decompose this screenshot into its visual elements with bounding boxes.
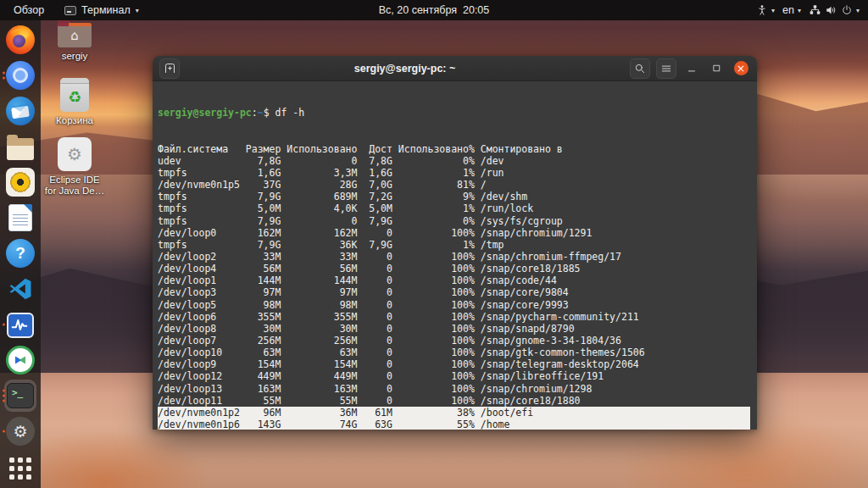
desktop-icon-label: Корзина <box>56 115 93 126</box>
desktop-icon-trash[interactable]: ♻ Корзина <box>42 78 107 126</box>
trash-icon: ♻ <box>60 78 89 112</box>
new-tab-button[interactable] <box>159 58 180 79</box>
table-row: /dev/loop13 163M 163M 0 100% /snap/chrom… <box>158 383 750 395</box>
system-monitor-icon <box>7 313 34 338</box>
table-row: udev 7,8G 0 7,8G 0% /dev <box>158 155 750 167</box>
chevron-down-icon: ▾ <box>798 7 801 14</box>
table-row: /dev/loop12 449M 449M 0 100% /snap/libre… <box>158 370 750 382</box>
language-label: en <box>782 4 794 16</box>
accessibility-menu[interactable]: ▾ <box>756 0 775 20</box>
minimize-icon <box>686 63 698 75</box>
desktop-icon-sergiy[interactable]: ⌂ sergiy <box>42 20 107 62</box>
menu-button[interactable] <box>656 58 676 79</box>
dock-item-vscode[interactable] <box>2 272 39 306</box>
clock-date: Вс, 20 сентября <box>379 4 457 16</box>
dock-item-help[interactable]: ? <box>2 236 39 270</box>
libreoffice-writer-icon <box>8 204 32 231</box>
table-row: /dev/loop6 355M 355M 0 100% /snap/pychar… <box>158 311 750 323</box>
dock-item-libreoffice-writer[interactable] <box>2 201 39 235</box>
dock-item-remote-app[interactable] <box>2 343 39 377</box>
desktop-icon-eclipse[interactable]: ⚙ Eclipse IDEfor Java De… <box>42 137 107 197</box>
close-button[interactable]: × <box>732 59 750 78</box>
activities-button[interactable]: Обзор <box>0 0 56 20</box>
table-row: /dev/loop2 33M 33M 0 100% /snap/chromium… <box>158 251 750 263</box>
volume-icon <box>825 4 837 16</box>
keyboard-layout-menu[interactable]: en ▾ <box>782 0 801 20</box>
table-row: tmpfs 7,9G 0 7,9G 0% /sys/fs/cgroup <box>158 215 750 227</box>
desktop-icon-label: sergiy <box>62 51 88 62</box>
house-icon: ⌂ <box>58 23 92 47</box>
app-grid-icon <box>9 458 31 480</box>
dock-item-chromium[interactable] <box>2 58 39 92</box>
power-icon <box>841 4 853 16</box>
help-question-icon: ? <box>6 239 35 268</box>
window-title: sergiy@sergiy-pc: ~ <box>180 63 630 75</box>
maximize-icon <box>711 63 722 74</box>
table-row: /dev/nvme0n1p5 37G 28G 7,0G 81% / <box>158 179 750 191</box>
close-icon: × <box>734 61 748 75</box>
dock-item-files[interactable] <box>2 130 39 164</box>
table-row: /dev/loop7 256M 256M 0 100% /snap/gnome-… <box>158 335 750 347</box>
chevron-down-icon: ▾ <box>771 7 775 14</box>
table-row: tmpfs 1,6G 3,3M 1,6G 1% /run <box>158 167 750 179</box>
eclipse-gear-icon: ⚙ <box>58 137 92 171</box>
running-indicator <box>3 72 5 80</box>
table-row: /dev/loop11 55M 55M 0 100% /snap/core18/… <box>158 395 750 407</box>
table-row: /dev/loop10 63M 63M 0 100% /snap/gtk-com… <box>158 347 750 358</box>
running-indicator <box>3 430 5 433</box>
chevron-down-icon: ▾ <box>856 7 860 14</box>
terminal-icon: >_ <box>7 383 34 408</box>
activities-label: Обзор <box>14 4 44 16</box>
gear-icon: ⚙ <box>6 417 35 446</box>
dock-item-rhythmbox[interactable] <box>2 165 39 199</box>
table-row: /dev/loop5 98M 98M 0 100% /snap/core/999… <box>158 299 750 311</box>
app-menu-label: Терминал <box>81 4 131 16</box>
dock: ? >_ ⚙ <box>0 20 41 488</box>
terminal-output[interactable]: sergiy@sergiy-pc:~$ df -h Файл.система Р… <box>153 81 757 430</box>
dock-item-app-grid[interactable] <box>2 450 39 484</box>
top-bar: Обзор Терминал ▾ Вс, 20 сентября20:05 ▾ … <box>0 0 868 20</box>
df-output: Файл.система Размер Использовано Дост Ис… <box>158 143 750 430</box>
dock-item-thunderbird[interactable] <box>2 94 39 128</box>
new-tab-icon <box>164 62 176 75</box>
table-row: tmpfs 7,9G 36K 7,9G 1% /tmp <box>158 239 750 251</box>
dock-item-terminal[interactable]: >_ <box>2 379 39 413</box>
app-menu-button[interactable]: Терминал ▾ <box>56 0 147 20</box>
chevron-down-icon: ▾ <box>136 7 139 14</box>
desktop-icon-label: Eclipse IDEfor Java De… <box>45 175 104 197</box>
terminal-app-icon <box>64 6 76 15</box>
rhythmbox-speaker-icon <box>6 168 35 197</box>
table-row: /dev/loop3 97M 97M 0 100% /snap/core/980… <box>158 286 750 298</box>
search-button[interactable] <box>630 58 650 79</box>
table-header-row: Файл.система Размер Использовано Дост Ис… <box>158 143 750 155</box>
table-row: /dev/loop9 154M 154M 0 100% /snap/telegr… <box>158 358 750 370</box>
hamburger-icon <box>660 63 672 75</box>
table-row: tmpfs 7,9G 689M 7,2G 9% /dev/shm <box>158 191 750 202</box>
table-row: /dev/loop1 144M 144M 0 100% /snap/code/4… <box>158 274 750 286</box>
terminal-titlebar[interactable]: sergiy@sergiy-pc: ~ <box>153 56 757 81</box>
recycle-icon: ♻ <box>60 81 89 112</box>
maximize-button[interactable] <box>707 59 726 78</box>
running-indicator <box>3 390 5 402</box>
files-folder-icon <box>7 138 34 160</box>
desktop: Обзор Терминал ▾ Вс, 20 сентября20:05 ▾ … <box>0 0 868 488</box>
dock-item-firefox[interactable] <box>2 23 39 57</box>
table-row-selected: /dev/nvme0n1p2 96M 36M 61M 38% /boot/efi <box>158 407 750 419</box>
accessibility-icon <box>756 4 768 16</box>
dock-item-settings[interactable]: ⚙ <box>2 414 39 448</box>
prompt-line: sergiy@sergiy-pc:~$ df -h <box>158 107 750 119</box>
search-icon <box>634 63 646 75</box>
terminal-window: sergiy@sergiy-pc: ~ <box>153 56 757 430</box>
table-row-selected: /dev/nvme0n1p6 143G 74G 63G 55% /home <box>158 419 750 430</box>
minimize-button[interactable] <box>682 59 701 78</box>
dock-item-system-monitor[interactable] <box>2 308 39 341</box>
system-menu[interactable]: ▾ <box>809 0 860 20</box>
clock-time: 20:05 <box>463 4 489 16</box>
remote-app-icon <box>6 346 35 374</box>
table-row: tmpfs 5,0M 4,0K 5,0M 1% /run/lock <box>158 202 750 214</box>
home-folder-icon: ⌂ <box>58 23 92 47</box>
firefox-icon <box>6 25 35 54</box>
network-wired-icon <box>809 4 821 16</box>
vscode-icon <box>6 274 35 303</box>
table-row: /dev/loop8 30M 30M 0 100% /snap/snapd/87… <box>158 323 750 335</box>
